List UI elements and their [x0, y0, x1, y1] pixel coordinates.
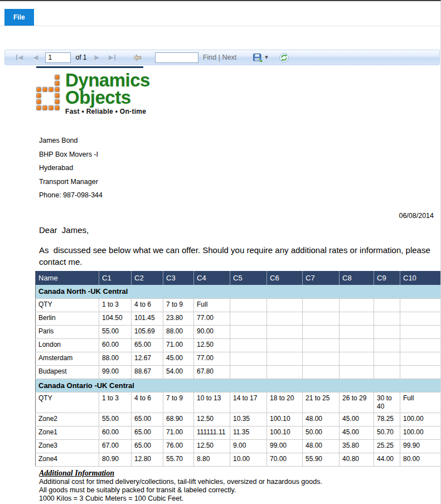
table-cell: 100.00: [400, 413, 441, 426]
table-cell: 99.00: [267, 439, 303, 453]
table-cell: [303, 312, 340, 325]
table-cell: 10 to 13: [194, 392, 230, 413]
table-cell: 99.90: [400, 439, 441, 453]
table-cell: [303, 352, 340, 365]
table-header-row: NameC1C2C3C4C5C6C7C8C9C10: [36, 271, 441, 285]
table-row: QTY1 to 34 to 67 to 9Full: [36, 298, 441, 312]
file-menu-button[interactable]: File: [4, 9, 34, 26]
table-cell: 40.80: [340, 453, 374, 466]
table-cell: 48.00: [303, 413, 340, 426]
table-cell: 8.80: [194, 453, 230, 466]
previous-page-button[interactable]: ◀: [33, 54, 38, 61]
table-cell: [230, 312, 267, 325]
table-cell: 45.00: [163, 352, 194, 365]
table-cell: 12.50: [194, 338, 230, 352]
table-cell: 100.00: [400, 426, 441, 439]
table-cell: QTY: [36, 298, 99, 312]
table-cell: [303, 338, 340, 352]
table-cell: [230, 298, 267, 312]
table-cell: 80.00: [400, 453, 441, 466]
logo-tile: [49, 87, 54, 92]
table-cell: 12.80: [132, 453, 163, 466]
table-cell: 25.25: [374, 439, 400, 453]
table-cell: [230, 352, 267, 365]
table-row: Paris55.00105.6988.0090.00: [36, 325, 441, 338]
table-cell: [340, 312, 374, 325]
contact-line: James Bond: [39, 137, 440, 144]
refresh-button[interactable]: [279, 53, 289, 62]
table-cell: 67.00: [99, 439, 132, 453]
contact-line: Transport Manager: [39, 178, 440, 186]
table-cell: Paris: [36, 325, 99, 338]
contact-line: Phone: 987-098-344: [39, 192, 440, 199]
table-cell: 4 to 6: [132, 298, 163, 312]
last-page-button[interactable]: ▶: [109, 54, 115, 61]
table-cell: [267, 312, 303, 325]
table-cell: 21 to 25: [303, 392, 340, 413]
table-cell: Full: [194, 298, 230, 312]
previous-page-icon: ◀: [33, 54, 38, 61]
table-cell: [400, 325, 441, 338]
table-cell: 71.00: [163, 426, 194, 439]
search-input[interactable]: [155, 52, 198, 63]
table-cell: 68.90: [163, 413, 194, 426]
toolbar-underline: [36, 66, 143, 68]
export-arrow-icon: ↘: [258, 57, 263, 64]
logo-tile: [36, 87, 41, 92]
logo-d-tiles-graphic: [36, 75, 60, 115]
page-number-input[interactable]: [45, 52, 71, 63]
table-cell: 100.10: [267, 413, 303, 426]
logo-tile: [36, 93, 41, 98]
back-to-parent-report-button[interactable]: [133, 54, 142, 61]
export-dropdown-caret-icon: ▼: [265, 55, 268, 60]
page-count-label: of 1: [75, 54, 86, 61]
report-viewer-window: { "menu": { "file_label": "File" }, "too…: [0, 0, 441, 504]
table-row: Zone367.0065.0076.0012.509.0099.0048.003…: [36, 439, 441, 453]
section-header-row: Canada Ontario -UK Central: [36, 379, 441, 392]
first-page-button[interactable]: ◀: [16, 54, 23, 61]
table-cell: [230, 325, 267, 338]
table-cell: [267, 325, 303, 338]
contact-line: Hyderabad: [39, 164, 440, 172]
table-cell: [340, 352, 374, 365]
table-cell: Amsterdam: [36, 352, 99, 365]
menu-divider: [0, 26, 440, 26]
table-cell: [374, 325, 400, 338]
table-cell: QTY: [36, 392, 99, 413]
table-cell: 55.00: [99, 325, 132, 338]
export-button[interactable]: ↘ ▼: [253, 54, 268, 62]
last-page-icon: ▶: [109, 54, 114, 61]
table-cell: 12.67: [132, 352, 163, 365]
column-header: Name: [36, 271, 99, 285]
additional-info-heading: Additional Information: [39, 469, 440, 478]
rates-table: NameC1C2C3C4C5C6C7C8C9C10 Canada North -…: [35, 271, 441, 467]
table-cell: 1 to 3: [99, 392, 132, 413]
additional-info-line: Additional cost for timed delivery/colle…: [39, 478, 440, 486]
contact-block: James BondBHP Box Movers -IHyderabadTran…: [39, 137, 440, 199]
table-cell: Budapest: [36, 365, 99, 379]
table-cell: [230, 365, 267, 379]
table-cell: [340, 338, 374, 352]
table-cell: 104.50: [99, 312, 132, 325]
table-cell: Zone2: [36, 413, 99, 426]
find-next-links[interactable]: Find | Next: [203, 54, 236, 61]
table-row: Budapest99.0088.6754.0067.80: [36, 365, 441, 379]
table-cell: Full: [400, 392, 441, 413]
table-cell: [267, 338, 303, 352]
logo-tile: [42, 87, 47, 92]
column-header: C4: [194, 271, 230, 285]
table-cell: [400, 338, 441, 352]
table-cell: 60.00: [99, 338, 132, 352]
table-cell: 10.00: [230, 453, 267, 466]
table-cell: 30 to 40: [374, 392, 400, 413]
table-cell: [340, 365, 374, 379]
table-cell: 99.00: [99, 365, 132, 379]
column-header: C2: [132, 271, 163, 285]
table-cell: [267, 352, 303, 365]
table-cell: 54.00: [163, 365, 194, 379]
next-page-button[interactable]: ▶: [94, 54, 99, 61]
table-cell: 35.80: [340, 439, 374, 453]
table-cell: [374, 352, 400, 365]
table-cell: 26 to 29: [340, 392, 374, 413]
table-cell: 65.00: [132, 426, 163, 439]
